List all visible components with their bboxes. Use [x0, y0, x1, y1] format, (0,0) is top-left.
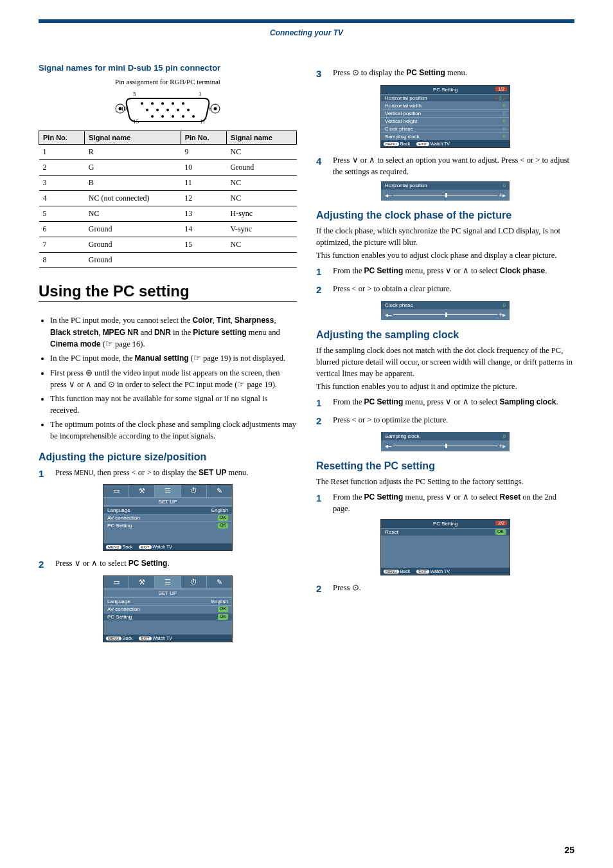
- svg-point-6: [161, 102, 164, 105]
- svg-text:1: 1: [199, 91, 202, 97]
- step-text: From the PC Setting menu, press ∨ or ∧ t…: [333, 491, 574, 515]
- connector-diagram: 51 106 1511: [110, 88, 226, 124]
- sampling-description: If the sampling clock does not match wit…: [316, 345, 574, 393]
- svg-point-9: [146, 109, 148, 111]
- step-text: Press < or > to obtain a clear picture.: [333, 283, 574, 297]
- step-number: 2: [316, 582, 333, 596]
- svg-point-16: [172, 115, 174, 118]
- adjust-sampling-heading: Adjusting the sampling clock: [316, 329, 574, 341]
- svg-text:11: 11: [200, 118, 206, 124]
- step-number: 3: [316, 67, 333, 81]
- clock-description: If the clock phase, which synchronize th…: [316, 225, 574, 261]
- adjust-clock-heading: Adjusting the clock phase of the picture: [316, 210, 574, 221]
- svg-point-4: [141, 102, 143, 105]
- svg-point-17: [182, 115, 184, 118]
- setup-osd-2: ▭⚒☰⏱✎ SET UP LanguageEnglishAV connectio…: [103, 575, 233, 642]
- horizontal-position-slider: Horizontal position0 ◂–+▸: [381, 181, 510, 201]
- section-header: Connecting your TV: [39, 28, 574, 37]
- svg-point-14: [151, 115, 154, 118]
- reset-description: The Reset function adjusts the PC Settin…: [316, 476, 574, 487]
- page-number: 25: [564, 845, 574, 855]
- svg-text:5: 5: [133, 91, 136, 97]
- step-number: 1: [316, 396, 333, 410]
- step-text: Press ∨ or ∧ to select PC Setting.: [55, 557, 297, 572]
- svg-point-3: [214, 107, 217, 111]
- step-number: 1: [39, 467, 55, 481]
- signal-names-heading: Signal names for mini D-sub 15 pin conne…: [39, 63, 297, 73]
- svg-text:6: 6: [209, 105, 212, 112]
- step-number: 1: [316, 491, 333, 515]
- step-number: 2: [39, 557, 55, 572]
- svg-point-7: [172, 102, 174, 105]
- adjust-size-heading: Adjusting the picture size/position: [39, 451, 297, 463]
- svg-point-8: [182, 102, 184, 105]
- svg-text:15: 15: [133, 118, 139, 124]
- notes-list: In the PC input mode, you cannot select …: [39, 314, 297, 442]
- svg-point-10: [156, 109, 159, 111]
- using-pc-setting-heading: Using the PC setting: [39, 281, 297, 302]
- pin-assignment-caption: Pin assignment for RGB/PC terminal: [39, 78, 297, 86]
- step-number: 4: [316, 154, 333, 177]
- svg-point-12: [177, 109, 179, 111]
- step-text: Press ⊙.: [333, 582, 574, 596]
- step-text: Press MENU, then press < or > to display…: [55, 467, 297, 481]
- svg-point-11: [166, 109, 169, 111]
- step-text: From the PC Setting menu, press ∨ or ∧ t…: [333, 396, 574, 410]
- step-text: From the PC Setting menu, press ∨ or ∧ t…: [333, 265, 574, 279]
- setup-osd-1: ▭⚒☰⏱✎ SET UP LanguageEnglishAV connectio…: [103, 484, 233, 551]
- step-number: 1: [316, 265, 333, 279]
- step-number: 2: [316, 414, 333, 428]
- step-text: Press < or > to optimize the picture.: [333, 414, 574, 428]
- step-text: Press ∨ or ∧ to select an option you wan…: [333, 154, 574, 177]
- top-bar: [39, 19, 574, 23]
- svg-point-5: [151, 102, 154, 105]
- pin-table: Pin No.Signal namePin No.Signal name 1R9…: [39, 131, 297, 268]
- reset-heading: Resetting the PC setting: [316, 460, 574, 472]
- svg-text:10: 10: [121, 105, 127, 112]
- svg-point-18: [192, 115, 195, 118]
- svg-point-13: [187, 109, 190, 111]
- svg-point-15: [161, 115, 164, 118]
- pc-setting-osd: PC Setting1/2 Horizontal position◂ 0 ▸Ho…: [380, 85, 510, 148]
- step-number: 2: [316, 283, 333, 297]
- reset-osd: PC Setting2/2 ResetOK MENUBack EXITWatch…: [380, 519, 510, 575]
- clock-phase-slider: Clock phase0 ◂–+▸: [381, 301, 510, 320]
- step-text: Press ⊙ to display the PC Setting menu.: [333, 67, 574, 81]
- sampling-clock-slider: Sampling clock0 ◂–+▸: [381, 432, 510, 451]
